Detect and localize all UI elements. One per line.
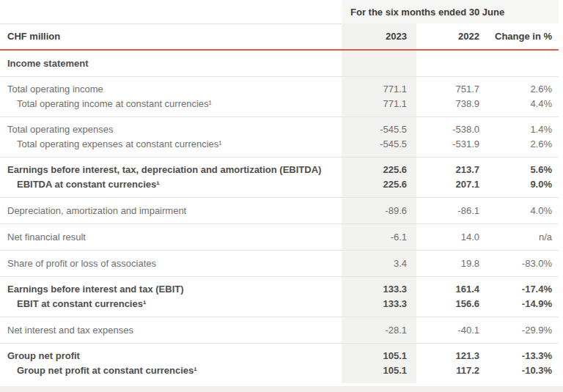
value-2023: 225.6 bbox=[342, 157, 416, 177]
value-2023: 771.1 bbox=[342, 97, 416, 117]
value-2022: -40.1 bbox=[416, 317, 490, 343]
value-change: -83.0% bbox=[490, 250, 559, 276]
value-2022: 14.0 bbox=[416, 223, 490, 250]
row-label: Earnings before interest, tax, depreciat… bbox=[0, 157, 342, 177]
row-label: Net interest and tax expenses bbox=[0, 317, 342, 343]
table-row: Group net profit 105.1 121.3 -13.3% bbox=[0, 343, 559, 363]
table-row: EBIT at constant currencies¹ 133.3 156.6… bbox=[0, 297, 559, 317]
value-2023: 771.1 bbox=[342, 76, 416, 97]
value-2022: 121.3 bbox=[416, 343, 490, 363]
value-2022: 751.7 bbox=[416, 76, 490, 97]
value-change: 2.6% bbox=[490, 137, 559, 157]
table-row: Total operating income 771.1 751.7 2.6% bbox=[0, 76, 559, 97]
value-2023: 105.1 bbox=[342, 343, 416, 363]
period-header-row: For the six months ended 30 June bbox=[0, 0, 559, 23]
section-header-row: Income statement bbox=[0, 50, 559, 76]
table-row: Total operating expenses at constant cur… bbox=[0, 137, 559, 157]
row-label: Earnings before interest and tax (EBIT) bbox=[0, 276, 342, 297]
row-label: Depreciation, amortization and impairmen… bbox=[0, 197, 342, 223]
income-statement-table: For the six months ended 30 June CHF mil… bbox=[0, 0, 559, 383]
row-label: EBIT at constant currencies¹ bbox=[0, 297, 342, 317]
value-2022: 156.6 bbox=[416, 297, 490, 317]
value-2023: -89.6 bbox=[342, 197, 416, 223]
row-label: Total operating expenses at constant cur… bbox=[0, 137, 342, 157]
row-label: Total operating expenses bbox=[0, 117, 342, 137]
value-2023: 133.3 bbox=[342, 276, 416, 297]
table-row: Share of profit or loss of associates 3.… bbox=[0, 250, 559, 276]
value-change: 2.6% bbox=[490, 76, 559, 97]
section-cell-change bbox=[490, 50, 559, 76]
table-row: EBITDA at constant currencies¹ 225.6 207… bbox=[0, 177, 559, 197]
row-label: Net financial result bbox=[0, 223, 342, 250]
col-header-change: Change in % bbox=[490, 23, 559, 50]
table-row: Depreciation, amortization and impairmen… bbox=[0, 197, 559, 223]
table-row: Group net profit at constant currencies¹… bbox=[0, 363, 559, 383]
row-label: Total operating income at constant curre… bbox=[0, 97, 342, 117]
value-2023: 133.3 bbox=[342, 297, 416, 317]
col-header-2022: 2022 bbox=[416, 23, 490, 50]
value-change: 9.0% bbox=[490, 177, 559, 197]
value-2023: -545.5 bbox=[342, 117, 416, 137]
page-background-strip bbox=[0, 386, 563, 392]
table-row: Total operating income at constant curre… bbox=[0, 97, 559, 117]
section-cell-2023 bbox=[342, 50, 416, 76]
row-label: Group net profit at constant currencies¹ bbox=[0, 363, 342, 383]
section-title: Income statement bbox=[0, 50, 342, 76]
value-change: -13.3% bbox=[490, 343, 559, 363]
value-2023: 225.6 bbox=[342, 177, 416, 197]
value-2022: -538.0 bbox=[416, 117, 490, 137]
table-row: Earnings before interest, tax, depreciat… bbox=[0, 157, 559, 177]
row-label: Share of profit or loss of associates bbox=[0, 250, 342, 276]
value-2022: 213.7 bbox=[416, 157, 490, 177]
row-label: EBITDA at constant currencies¹ bbox=[0, 177, 342, 197]
period-header-spacer bbox=[0, 0, 342, 23]
row-label: Group net profit bbox=[0, 343, 342, 363]
value-2023: -28.1 bbox=[342, 317, 416, 343]
value-2023: 105.1 bbox=[342, 363, 416, 383]
value-2023: -6.1 bbox=[342, 223, 416, 250]
value-2023: 3.4 bbox=[342, 250, 416, 276]
value-2022: 738.9 bbox=[416, 97, 490, 117]
value-change: 4.0% bbox=[490, 197, 559, 223]
table-row: Total operating expenses -545.5 -538.0 1… bbox=[0, 117, 559, 137]
section-cell-2022 bbox=[416, 50, 490, 76]
value-change: -29.9% bbox=[490, 317, 559, 343]
value-2022: 117.2 bbox=[416, 363, 490, 383]
col-header-2023: 2023 bbox=[342, 23, 416, 50]
financial-report-page: For the six months ended 30 June CHF mil… bbox=[0, 0, 563, 392]
row-label: Total operating income bbox=[0, 76, 342, 97]
value-change: -14.9% bbox=[490, 297, 559, 317]
value-change: -17.4% bbox=[490, 276, 559, 297]
value-2022: -86.1 bbox=[416, 197, 490, 223]
value-change: n/a bbox=[490, 223, 559, 250]
value-change: 1.4% bbox=[490, 117, 559, 137]
value-2023: -545.5 bbox=[342, 137, 416, 157]
value-change: 4.4% bbox=[490, 97, 559, 117]
value-2022: 19.8 bbox=[416, 250, 490, 276]
value-2022: 207.1 bbox=[416, 177, 490, 197]
value-change: -10.3% bbox=[490, 363, 559, 383]
value-2022: -531.9 bbox=[416, 137, 490, 157]
table-row: Earnings before interest and tax (EBIT) … bbox=[0, 276, 559, 297]
value-change: 5.6% bbox=[490, 157, 559, 177]
value-2022: 161.4 bbox=[416, 276, 490, 297]
col-header-unit: CHF million bbox=[0, 23, 342, 50]
period-header: For the six months ended 30 June bbox=[342, 0, 559, 23]
column-header-row: CHF million 2023 2022 Change in % bbox=[0, 23, 559, 50]
table-row: Net financial result -6.1 14.0 n/a bbox=[0, 223, 559, 250]
table-row: Net interest and tax expenses -28.1 -40.… bbox=[0, 317, 559, 343]
